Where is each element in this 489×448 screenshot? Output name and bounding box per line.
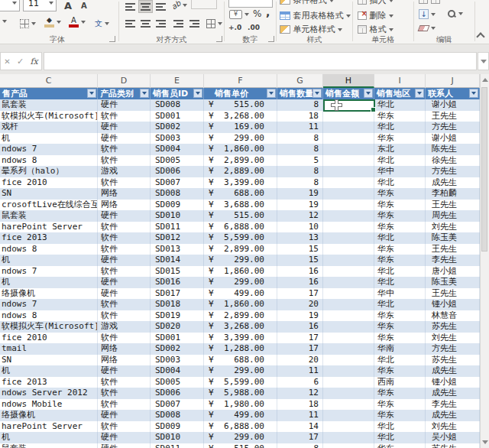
merge-center-button[interactable]: [206, 19, 222, 28]
insert-button[interactable]: 插入: [358, 0, 403, 7]
grow-font-button[interactable]: A: [64, 0, 72, 11]
cell-region[interactable]: 华东: [374, 321, 426, 333]
cell-contact[interactable]: 成先生: [426, 177, 480, 189]
column-letter-E[interactable]: E: [151, 74, 204, 88]
cell-category[interactable]: 硬件: [98, 133, 151, 144]
cell-contact[interactable]: 方先生: [426, 122, 480, 133]
cell-id[interactable]: SD010: [151, 432, 204, 443]
cell-price[interactable]: ¥5,599.00: [204, 232, 277, 244]
delete-button[interactable]: 删除: [358, 10, 393, 21]
cell-amount[interactable]: [323, 333, 374, 344]
cell-contact[interactable]: 苏先生: [426, 355, 480, 366]
cell-category[interactable]: 网络: [98, 355, 151, 366]
cell-id[interactable]: SD017: [151, 288, 204, 300]
align-middle-button[interactable]: [138, 0, 153, 13]
fill-button[interactable]: ↓: [419, 9, 436, 19]
cell-price[interactable]: ¥299.00: [204, 432, 277, 443]
cell-amount[interactable]: [323, 255, 374, 266]
cell-category[interactable]: 硬件: [98, 432, 151, 443]
cell-price[interactable]: ¥1,860.00: [204, 299, 277, 310]
cell-amount[interactable]: [323, 222, 374, 233]
cell-qty[interactable]: 16: [277, 277, 323, 288]
cell-price[interactable]: ¥515.00: [204, 99, 277, 111]
cell-region[interactable]: 东北: [374, 144, 426, 155]
cell-qty[interactable]: 8: [277, 166, 323, 177]
cell-id[interactable]: SD003: [151, 133, 204, 144]
column-letter-G[interactable]: G: [277, 74, 323, 88]
cell-price[interactable]: ¥515.00: [204, 210, 277, 222]
cell-category[interactable]: 硬件: [98, 277, 151, 288]
cell-id[interactable]: SD016: [151, 277, 204, 288]
cell-category[interactable]: 软件: [98, 377, 151, 388]
cell-product[interactable]: 机: [0, 255, 98, 266]
cell-amount[interactable]: [323, 388, 374, 399]
cell-category[interactable]: 硬件: [98, 99, 151, 111]
cell-product[interactable]: crosoftLive在线综合互: [0, 200, 98, 211]
format-as-table-button[interactable]: 套用表格格式: [280, 10, 351, 21]
cell-product[interactable]: ndows 7: [0, 266, 98, 278]
enter-icon[interactable]: ✓: [17, 57, 24, 67]
cell-price[interactable]: ¥2,899.00: [204, 244, 277, 255]
cell-qty[interactable]: 5: [277, 155, 323, 167]
scroll-up-button[interactable]: [481, 74, 489, 86]
cell-price[interactable]: ¥3,268.00: [204, 111, 277, 122]
cell-amount[interactable]: [323, 399, 374, 411]
cell-amount[interactable]: [323, 232, 374, 244]
cell-category[interactable]: 软件: [98, 244, 151, 255]
cell-region[interactable]: 华东: [374, 244, 426, 255]
cell-region[interactable]: 华东: [374, 188, 426, 200]
cell-amount[interactable]: [323, 377, 374, 388]
cell-product[interactable]: ndows 8: [0, 244, 98, 255]
cell-price[interactable]: ¥6,888.00: [204, 222, 277, 233]
cell-qty[interactable]: 11: [277, 410, 323, 421]
cell-region[interactable]: 华北: [374, 232, 426, 244]
cell-contact[interactable]: 王先生: [426, 244, 480, 255]
cell-product[interactable]: ndows Server 2012: [0, 388, 98, 399]
table-header-category[interactable]: 产品类别: [98, 88, 151, 99]
cell-id[interactable]: SD018: [151, 299, 204, 310]
align-bottom-button[interactable]: [154, 0, 168, 13]
cell-region[interactable]: 华东: [374, 255, 426, 266]
cell-category[interactable]: 软件: [98, 222, 151, 233]
decrease-indent-button[interactable]: [171, 17, 186, 30]
column-letter-J[interactable]: J: [426, 74, 480, 88]
cell-region[interactable]: 华东: [374, 333, 426, 344]
cell-contact[interactable]: 李先生: [426, 255, 480, 266]
cell-price[interactable]: ¥2,889.00: [204, 166, 277, 177]
cell-region[interactable]: 华北: [374, 432, 426, 443]
cell-contact[interactable]: 吴小姐: [426, 432, 480, 443]
cell-region[interactable]: 华北: [374, 177, 426, 189]
cell-product[interactable]: 鼠套装: [0, 99, 98, 111]
cell-contact[interactable]: 陈玉美: [426, 277, 480, 288]
cell-price[interactable]: ¥499.00: [204, 288, 277, 300]
cell-region[interactable]: 华东: [374, 310, 426, 322]
cell-product[interactable]: 戏杆: [0, 122, 98, 133]
cell-contact[interactable]: 林慧音: [426, 310, 480, 322]
cell-qty[interactable]: 18: [277, 399, 323, 411]
cell-amount[interactable]: [323, 177, 374, 189]
cell-amount[interactable]: [323, 321, 374, 333]
cell-product[interactable]: 软模拟火车(Microsoft]: [0, 321, 98, 333]
cell-category[interactable]: 软件: [98, 399, 151, 411]
cell-amount[interactable]: [323, 200, 374, 211]
cell-qty[interactable]: 20: [277, 299, 323, 310]
cell-id[interactable]: SD019: [151, 310, 204, 322]
cell-amount[interactable]: [323, 410, 374, 421]
cell-id[interactable]: SD002: [151, 122, 204, 133]
phonetic-guide-button[interactable]: 文: [95, 18, 109, 29]
cell-price[interactable]: ¥299.00: [204, 255, 277, 266]
cell-amount[interactable]: [323, 299, 374, 310]
cell-id[interactable]: SD010: [151, 210, 204, 222]
cell-id[interactable]: SD011: [151, 443, 204, 448]
collapse-ribbon-button[interactable]: [478, 32, 484, 42]
cell-category[interactable]: 软件: [98, 144, 151, 155]
cell-price[interactable]: ¥5,599.00: [204, 377, 277, 388]
cell-category[interactable]: 软件: [98, 310, 151, 322]
cell-amount[interactable]: [323, 266, 374, 278]
cell-category[interactable]: 网络: [98, 200, 151, 211]
cell-price[interactable]: ¥299.00: [204, 277, 277, 288]
cell-id[interactable]: SD012: [151, 232, 204, 244]
cell-qty[interactable]: 15: [277, 244, 323, 255]
cell-product[interactable]: 鼠套装: [0, 443, 98, 448]
cell-contact[interactable]: 王先生: [426, 111, 480, 122]
